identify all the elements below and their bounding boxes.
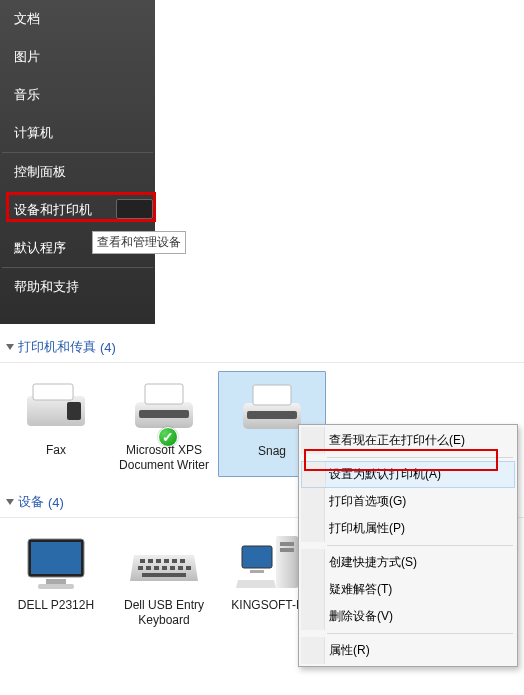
- svg-marker-33: [236, 580, 276, 588]
- context-menu: 查看现在正在打印什么(E) 设置为默认打印机(A) 打印首选项(G) 打印机属性…: [298, 424, 518, 667]
- menu-set-default[interactable]: 设置为默认打印机(A): [301, 461, 515, 488]
- device-label: Dell USB Entry Keyboard: [114, 598, 214, 628]
- menu-remove-device[interactable]: 删除设备(V): [301, 603, 515, 630]
- svg-rect-5: [139, 410, 189, 418]
- svg-rect-23: [162, 566, 167, 570]
- svg-rect-25: [178, 566, 183, 570]
- svg-rect-18: [172, 559, 177, 563]
- svg-rect-20: [138, 566, 143, 570]
- device-keyboard[interactable]: Dell USB Entry Keyboard: [110, 526, 218, 632]
- svg-rect-14: [140, 559, 145, 563]
- monitor-icon: [20, 532, 92, 594]
- menu-printer-properties[interactable]: 打印机属性(P): [301, 515, 515, 542]
- chevron-down-icon: [6, 344, 14, 350]
- menu-label: 查看现在正在打印什么(E): [329, 433, 465, 447]
- device-label: Fax: [46, 443, 66, 458]
- fax-icon: [20, 377, 92, 439]
- device-xps[interactable]: ✓ Microsoft XPS Document Writer: [110, 371, 218, 477]
- separator: [327, 457, 513, 458]
- svg-rect-21: [146, 566, 151, 570]
- default-badge-icon: ✓: [158, 427, 178, 447]
- menu-label: 打印首选项(G): [329, 494, 406, 508]
- svg-rect-10: [31, 542, 81, 574]
- menu-properties[interactable]: 属性(R): [301, 637, 515, 664]
- section-header-printers[interactable]: 打印机和传真 (4): [0, 330, 524, 363]
- svg-rect-19: [180, 559, 185, 563]
- menu-troubleshoot[interactable]: 疑难解答(T): [301, 576, 515, 603]
- device-label: Microsoft XPS Document Writer: [114, 443, 214, 473]
- svg-rect-29: [280, 542, 294, 546]
- svg-rect-17: [164, 559, 169, 563]
- start-item-pictures[interactable]: 图片: [0, 38, 155, 76]
- device-monitor[interactable]: DELL P2312H: [2, 526, 110, 632]
- section-count: (4): [48, 495, 64, 510]
- start-item-documents[interactable]: 文档: [0, 0, 155, 38]
- section-count: (4): [100, 340, 116, 355]
- menu-see-whats-printing[interactable]: 查看现在正在打印什么(E): [301, 427, 515, 454]
- start-menu: 文档 图片 音乐 计算机 控制面板 设备和打印机 默认程序 帮助和支持: [0, 0, 155, 324]
- separator: [327, 545, 513, 546]
- svg-rect-27: [142, 573, 186, 577]
- svg-rect-16: [156, 559, 161, 563]
- svg-rect-7: [253, 385, 291, 405]
- device-label: Snag: [258, 444, 286, 459]
- tooltip: 查看和管理设备: [92, 231, 186, 254]
- svg-rect-15: [148, 559, 153, 563]
- svg-rect-32: [250, 570, 264, 573]
- svg-rect-11: [46, 579, 66, 584]
- chevron-down-icon: [6, 499, 14, 505]
- start-item-control-panel[interactable]: 控制面板: [0, 153, 155, 191]
- device-fax[interactable]: Fax: [2, 371, 110, 477]
- svg-rect-8: [247, 411, 297, 419]
- separator: [327, 633, 513, 634]
- menu-label: 打印机属性(P): [329, 521, 405, 535]
- menu-create-shortcut[interactable]: 创建快捷方式(S): [301, 549, 515, 576]
- section-title: 设备: [18, 493, 44, 511]
- menu-printing-prefs[interactable]: 打印首选项(G): [301, 488, 515, 515]
- section-title: 打印机和传真: [18, 338, 96, 356]
- keyboard-icon: [128, 532, 200, 594]
- svg-rect-2: [67, 402, 81, 420]
- highlight-box: [6, 192, 156, 222]
- menu-label: 创建快捷方式(S): [329, 555, 417, 569]
- start-item-computer[interactable]: 计算机: [0, 114, 155, 152]
- start-item-help[interactable]: 帮助和支持: [0, 268, 155, 306]
- menu-label: 删除设备(V): [329, 609, 393, 623]
- menu-label: 属性(R): [329, 643, 370, 657]
- svg-rect-30: [280, 548, 294, 552]
- menu-label: 设置为默认打印机(A): [329, 467, 441, 481]
- svg-rect-31: [242, 546, 272, 568]
- svg-rect-4: [145, 384, 183, 404]
- svg-rect-22: [154, 566, 159, 570]
- svg-rect-1: [33, 384, 73, 400]
- start-item-music[interactable]: 音乐: [0, 76, 155, 114]
- svg-rect-12: [38, 584, 74, 589]
- device-label: DELL P2312H: [18, 598, 94, 613]
- svg-rect-26: [186, 566, 191, 570]
- menu-label: 疑难解答(T): [329, 582, 392, 596]
- svg-rect-24: [170, 566, 175, 570]
